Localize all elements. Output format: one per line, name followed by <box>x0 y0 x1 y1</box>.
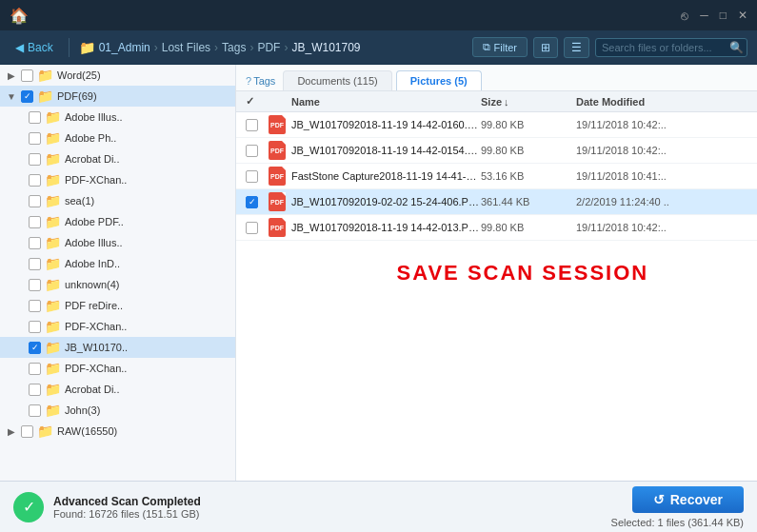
status-text: Advanced Scan Completed Found: 16726 fil… <box>53 495 201 520</box>
folder-icon-16: 📁 <box>45 403 61 418</box>
row-checkbox-0[interactable] <box>246 119 258 131</box>
sidebar-item-7[interactable]: 📁Adobe PDF.. <box>0 211 235 232</box>
recover-button[interactable]: ↺ Recover <box>632 486 744 513</box>
file-name-3: JB_W1017092019-02-02 15-24-406.PDF <box>291 196 481 207</box>
tree-label-1: PDF(69) <box>57 90 97 102</box>
view-toggle-button[interactable]: ⊞ <box>533 37 558 58</box>
tree-toggle-17[interactable]: ▶ <box>6 426 17 437</box>
sidebar-item-11[interactable]: 📁PDF reDire.. <box>0 295 235 316</box>
breadcrumb-pdf[interactable]: PDF <box>257 41 280 54</box>
header-name-col[interactable]: Name <box>291 95 481 108</box>
search-input[interactable] <box>602 42 726 53</box>
tree-checkbox-16[interactable] <box>29 404 41 417</box>
file-table: ✓ Name Size ↓ Date Modified PDFJB_W10170… <box>236 91 757 481</box>
main-area: ▶📁Word(25)▼✓📁PDF(69)📁Adobe Illus..📁Adobe… <box>0 65 757 481</box>
sidebar-item-13[interactable]: ✓📁JB_W10170.. <box>0 337 235 358</box>
back-arrow-icon: ◀ <box>15 41 24 54</box>
sidebar-item-14[interactable]: 📁PDF-XChan.. <box>0 358 235 379</box>
tree-checkbox-8[interactable] <box>29 237 41 249</box>
tree-checkbox-1[interactable]: ✓ <box>21 90 33 103</box>
header-checkbox[interactable]: ✓ <box>246 95 254 108</box>
tree-checkbox-6[interactable] <box>29 195 41 207</box>
tree-checkbox-15[interactable] <box>29 384 41 396</box>
tabs-bar: ? Tags Documents (115) Pictures (5) <box>236 65 757 91</box>
tree-label-8: Adobe Illus.. <box>65 237 123 248</box>
table-row[interactable]: PDFFastStone Capture2018-11-19 14-41-471… <box>236 164 757 189</box>
tree-label-15: Acrobat Di.. <box>65 384 119 395</box>
tab-documents[interactable]: Documents (115) <box>283 70 391 90</box>
tree-checkbox-17[interactable] <box>21 425 33 438</box>
tree-label-4: Acrobat Di.. <box>65 153 119 165</box>
tree-checkbox-11[interactable] <box>29 300 41 312</box>
tree-label-9: Adobe InD.. <box>65 258 120 269</box>
tree-toggle-1[interactable]: ▼ <box>6 91 17 102</box>
sidebar-item-17[interactable]: ▶📁RAW(16550) <box>0 421 235 442</box>
breadcrumb-01admin[interactable]: 01_Admin <box>99 41 150 54</box>
tree-checkbox-4[interactable] <box>29 153 41 166</box>
row-checkbox-1[interactable] <box>246 145 258 157</box>
maximize-icon[interactable]: □ <box>720 9 727 22</box>
tree-checkbox-13[interactable]: ✓ <box>29 342 41 354</box>
row-checkbox-2[interactable] <box>246 170 258 183</box>
table-header: ✓ Name Size ↓ Date Modified <box>236 91 757 112</box>
breadcrumb-sep2: › <box>214 41 218 54</box>
breadcrumb-jbw[interactable]: JB_W101709 <box>291 41 360 54</box>
tree-checkbox-2[interactable] <box>29 111 41 124</box>
sidebar-item-1[interactable]: ▼✓📁PDF(69) <box>0 86 235 107</box>
list-view-button[interactable]: ☰ <box>564 37 589 58</box>
tree-checkbox-12[interactable] <box>29 321 41 333</box>
toolbar-tools: ⧉ Filter ⊞ ☰ 🔍 <box>472 37 747 58</box>
folder-icon-8: 📁 <box>45 235 61 250</box>
pdf-icon-2: PDF <box>269 167 286 186</box>
sidebar-item-4[interactable]: 📁Acrobat Di.. <box>0 148 235 169</box>
sidebar-item-9[interactable]: 📁Adobe InD.. <box>0 253 235 274</box>
tree-label-0: Word(25) <box>57 69 101 81</box>
table-row[interactable]: PDFJB_W1017092018-11-19 14-42-0154.PDF99… <box>236 138 757 164</box>
sidebar-item-5[interactable]: 📁PDF-XChan.. <box>0 169 235 190</box>
status-complete-icon: ✓ <box>13 492 44 522</box>
file-date-3: 2/2/2019 11:24:40 .. <box>576 196 747 207</box>
row-checkbox-3[interactable]: ✓ <box>246 196 258 208</box>
sidebar-item-8[interactable]: 📁Adobe Illus.. <box>0 232 235 253</box>
tree-checkbox-5[interactable] <box>29 174 41 187</box>
folder-icon-11: 📁 <box>45 298 61 313</box>
tree-checkbox-10[interactable] <box>29 279 41 291</box>
folder-icon-17: 📁 <box>37 424 53 439</box>
status-right: ↺ Recover Selected: 1 files (361.44 KB) <box>611 486 744 528</box>
sidebar-item-3[interactable]: 📁Adobe Ph.. <box>0 128 235 148</box>
search-icon[interactable]: 🔍 <box>729 41 744 54</box>
tree-checkbox-14[interactable] <box>29 363 41 375</box>
header-date-col[interactable]: Date Modified <box>576 95 747 108</box>
close-icon[interactable]: ✕ <box>738 9 747 22</box>
status-subtitle: Found: 16726 files (151.51 GB) <box>53 508 201 520</box>
table-row[interactable]: PDFJB_W1017092018-11-19 14-42-013.PDF99.… <box>236 215 757 241</box>
table-row[interactable]: PDFJB_W1017092018-11-19 14-42-0160.PDF99… <box>236 112 757 138</box>
folder-icon-4: 📁 <box>45 151 61 167</box>
sidebar-item-12[interactable]: 📁PDF-XChan.. <box>0 316 235 337</box>
header-size-col[interactable]: Size ↓ <box>481 95 576 108</box>
back-label: Back <box>28 41 53 54</box>
row-checkbox-4[interactable] <box>246 222 258 234</box>
tree-checkbox-9[interactable] <box>29 258 41 270</box>
tab-pictures[interactable]: Pictures (5) <box>396 70 482 90</box>
table-row[interactable]: ✓PDFJB_W1017092019-02-02 15-24-406.PDF36… <box>236 189 757 215</box>
share-icon[interactable]: ⎋ <box>681 9 688 23</box>
sidebar-item-0[interactable]: ▶📁Word(25) <box>0 65 235 86</box>
folder-icon-7: 📁 <box>45 214 61 229</box>
tree-checkbox-7[interactable] <box>29 216 41 228</box>
breadcrumb-lostfiles[interactable]: Lost Files <box>162 41 210 54</box>
tree-checkbox-0[interactable] <box>21 69 33 82</box>
breadcrumb-tags[interactable]: Tags <box>222 41 246 54</box>
filter-button[interactable]: ⧉ Filter <box>472 37 528 57</box>
file-date-0: 19/11/2018 10:42:.. <box>576 119 747 130</box>
sidebar-item-15[interactable]: 📁Acrobat Di.. <box>0 379 235 400</box>
tree-checkbox-3[interactable] <box>29 132 41 145</box>
sidebar-item-2[interactable]: 📁Adobe Illus.. <box>0 107 235 128</box>
sidebar-item-6[interactable]: 📁sea(1) <box>0 190 235 211</box>
minimize-icon[interactable]: ─ <box>700 9 708 22</box>
sidebar-item-10[interactable]: 📁unknown(4) <box>0 274 235 295</box>
tree-toggle-0[interactable]: ▶ <box>6 70 17 81</box>
tree-label-6: sea(1) <box>65 195 94 207</box>
back-button[interactable]: ◀ Back <box>10 39 59 56</box>
sidebar-item-16[interactable]: 📁John(3) <box>0 400 235 421</box>
